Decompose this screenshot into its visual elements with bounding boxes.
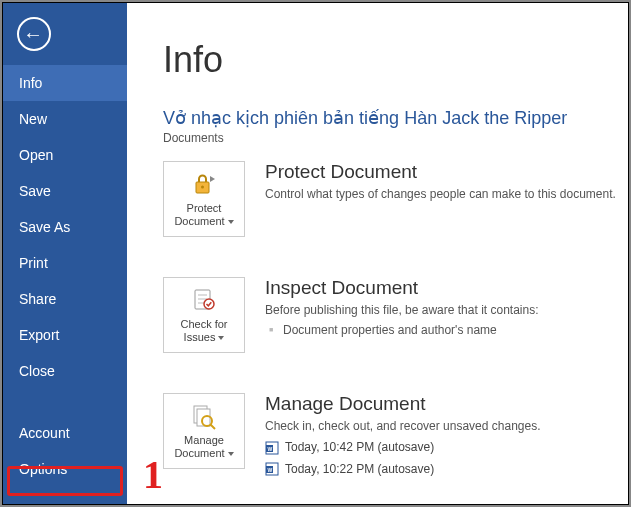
check-issues-tile[interactable]: Check for Issues — [163, 277, 245, 353]
manage-desc: Check in, check out, and recover unsaved… — [265, 419, 541, 433]
svg-text:W: W — [268, 445, 273, 451]
nav-save[interactable]: Save — [3, 173, 127, 209]
version-list: W Today, 10:42 PM (autosave) W Today, 10… — [265, 437, 541, 480]
back-button[interactable]: ← — [17, 17, 51, 51]
nav-close[interactable]: Close — [3, 353, 127, 389]
svg-point-1 — [201, 185, 204, 188]
inspect-section: Check for Issues Inspect Document Before… — [163, 277, 628, 353]
content-area: Info Vở nhạc kịch phiên bản tiếng Hàn Ja… — [127, 3, 628, 504]
lock-icon — [190, 170, 218, 198]
version-item[interactable]: W Today, 10:22 PM (autosave) — [265, 459, 541, 481]
nav-menu: Info New Open Save Save As Print Share E… — [3, 65, 127, 487]
nav-info[interactable]: Info — [3, 65, 127, 101]
word-doc-icon: W — [265, 441, 279, 455]
protect-heading: Protect Document — [265, 161, 616, 183]
manage-section: Manage Document Manage Document Check in… — [163, 393, 628, 480]
nav-save-as[interactable]: Save As — [3, 209, 127, 245]
protect-section: Protect Document Protect Document Contro… — [163, 161, 628, 237]
nav-spacer — [3, 389, 127, 415]
manage-tile-label: Manage Document — [164, 434, 244, 460]
inspect-heading: Inspect Document — [265, 277, 539, 299]
nav-export[interactable]: Export — [3, 317, 127, 353]
nav-print[interactable]: Print — [3, 245, 127, 281]
check-issues-label: Check for Issues — [164, 318, 244, 344]
version-label: Today, 10:22 PM (autosave) — [285, 459, 434, 481]
inspect-body: Inspect Document Before publishing this … — [265, 277, 539, 353]
protect-document-tile[interactable]: Protect Document — [163, 161, 245, 237]
svg-text:W: W — [268, 467, 273, 473]
checklist-icon — [190, 286, 218, 314]
back-arrow-icon: ← — [23, 24, 43, 44]
nav-options[interactable]: Options — [3, 451, 127, 487]
protect-desc: Control what types of changes people can… — [265, 187, 616, 201]
nav-account[interactable]: Account — [3, 415, 127, 451]
version-item[interactable]: W Today, 10:42 PM (autosave) — [265, 437, 541, 459]
inspect-items: Document properties and author's name — [265, 321, 539, 340]
sidebar: ← Info New Open Save Save As Print Share… — [3, 3, 127, 504]
protect-tile-label: Protect Document — [164, 202, 244, 228]
inspect-desc: Before publishing this file, be aware th… — [265, 303, 539, 317]
nav-share[interactable]: Share — [3, 281, 127, 317]
svg-line-10 — [211, 424, 216, 429]
nav-new[interactable]: New — [3, 101, 127, 137]
manage-body: Manage Document Check in, check out, and… — [265, 393, 541, 480]
word-doc-icon: W — [265, 462, 279, 476]
manage-document-tile[interactable]: Manage Document — [163, 393, 245, 469]
document-location: Documents — [163, 131, 628, 145]
document-title[interactable]: Vở nhạc kịch phiên bản tiếng Hàn Jack th… — [163, 107, 628, 129]
inspect-item: Document properties and author's name — [265, 321, 539, 340]
nav-open[interactable]: Open — [3, 137, 127, 173]
backstage-view: ← Info New Open Save Save As Print Share… — [2, 2, 629, 505]
document-stack-icon — [190, 402, 218, 430]
version-label: Today, 10:42 PM (autosave) — [285, 437, 434, 459]
page-title: Info — [163, 39, 628, 81]
protect-body: Protect Document Control what types of c… — [265, 161, 616, 237]
manage-heading: Manage Document — [265, 393, 541, 415]
